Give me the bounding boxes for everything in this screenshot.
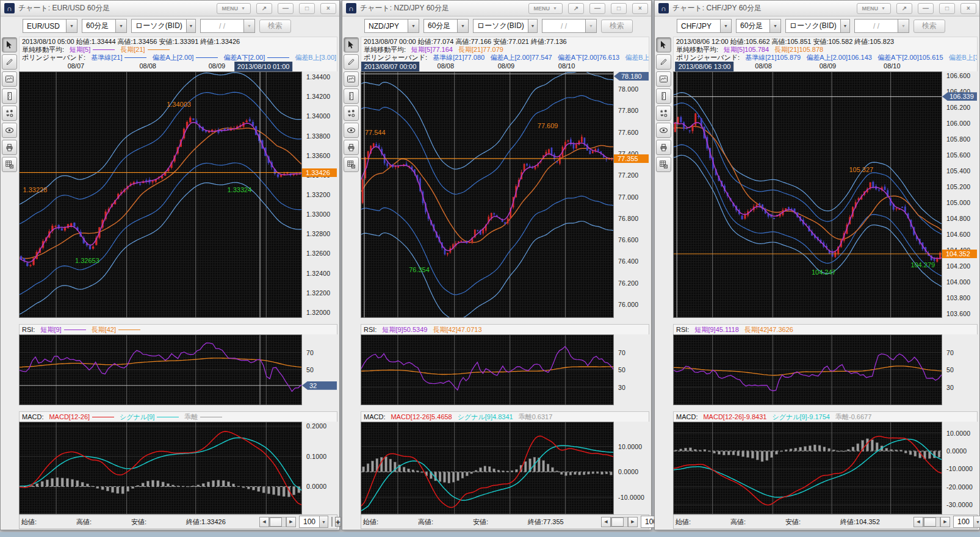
indicator-tool-button[interactable] [656,71,671,87]
chevron-down-icon[interactable]: ▼ [585,20,596,32]
rsi-chart[interactable] [19,334,302,405]
macd-chart[interactable] [673,422,942,514]
chevron-down-icon[interactable]: ▼ [319,516,328,527]
scroll-left-button[interactable]: ◀ [601,517,611,527]
chevron-down-icon[interactable]: ▼ [840,20,849,32]
search-button[interactable]: 検索 [913,20,945,33]
titlebar[interactable]: ∩ チャート: CHF/JPY 60分足 MENU ▼ ↗ — □ × [655,1,979,16]
candletype-select[interactable]: ローソク(BID) ▼ [473,19,538,33]
date-input[interactable]: / / ▼ [200,19,255,33]
minimize-button[interactable]: — [278,3,294,14]
menu-button[interactable]: MENU ▼ [528,3,563,14]
macd-chart[interactable] [361,422,614,514]
scroll-right-button[interactable]: ▶ [628,517,638,527]
popout-button[interactable]: ↗ [896,3,912,14]
candletype-select[interactable]: ローソク(BID) ▼ [785,19,850,33]
chart-scrollbar[interactable]: ◀ ▶ [601,517,638,527]
macd-chart[interactable] [19,422,302,514]
timeframe-select[interactable]: 60分足 ▼ [423,19,469,33]
indicator-tool-button[interactable] [2,71,17,87]
scrollbar-thumb[interactable] [611,517,624,527]
eye-tool-button[interactable] [2,123,17,138]
candle-count-select[interactable]: 100 ▼ [953,516,980,528]
date-input[interactable]: / / ▼ [854,19,909,33]
cursor-tool-button[interactable] [2,37,17,52]
menu-button[interactable]: MENU ▼ [217,3,251,14]
printer-tool-button[interactable] [344,140,359,155]
chevron-down-icon[interactable]: ▼ [186,20,195,32]
pair-select[interactable]: CHF/JPY ▼ [677,19,732,33]
pair-select[interactable]: EUR/USD ▼ [23,19,77,33]
cursor-tool-button[interactable] [656,37,671,52]
chevron-down-icon[interactable]: ▼ [720,20,731,32]
date-input[interactable]: / / ▼ [542,19,597,33]
chevron-down-icon[interactable]: ▼ [769,20,780,32]
main-chart[interactable]: 77.54477.60976.354 [361,71,614,318]
timeframe-select[interactable]: 60分足 ▼ [82,19,127,33]
menu-button[interactable]: MENU ▼ [857,3,891,14]
eye-tool-button[interactable] [344,123,359,138]
pencil-tool-button[interactable] [656,54,671,70]
minimize-button[interactable]: — [918,3,934,14]
pencil-tool-button[interactable] [344,54,359,70]
scrollbar-track[interactable] [611,517,628,527]
minimize-button[interactable]: — [589,3,605,14]
scrollbar-thumb[interactable] [270,517,282,527]
scale-tool-button[interactable] [656,88,671,104]
popout-button[interactable]: ↗ [256,3,272,14]
grid-save-tool-button[interactable] [2,157,17,172]
pencil-tool-button[interactable] [2,54,17,70]
titlebar[interactable]: ∩ チャート: NZD/JPY 60分足 MENU ▼ ↗ — □ × [342,1,651,16]
chevron-down-icon[interactable]: ▼ [898,20,909,32]
chevron-down-icon[interactable]: ▼ [243,20,254,32]
symbols-tool-button[interactable] [656,106,671,121]
search-button[interactable]: 検索 [601,20,633,33]
chevron-down-icon[interactable]: ▼ [457,20,468,32]
symbols-tool-button[interactable] [344,106,359,121]
titlebar[interactable]: ∩ チャート: EUR/USD 60分足 MENU ▼ ↗ — □ × [1,1,339,16]
zoom-in-button[interactable]: + [335,517,341,527]
chevron-down-icon[interactable]: ▼ [528,20,537,32]
popout-button[interactable]: ↗ [568,3,584,14]
pair-select[interactable]: NZD/JPY ▼ [364,19,419,33]
close-button[interactable]: × [960,3,976,14]
scrollbar-track[interactable] [923,517,940,527]
rsi-chart[interactable] [361,334,614,405]
scroll-left-button[interactable]: ◀ [913,517,923,527]
printer-tool-button[interactable] [656,140,671,155]
candle-count-select[interactable]: 100 ▼ [299,516,328,528]
chart-scrollbar[interactable]: ◀ ▶ [259,517,296,527]
close-button[interactable]: × [320,3,336,14]
eye-tool-button[interactable] [656,123,671,138]
chevron-down-icon[interactable]: ▼ [115,20,126,32]
main-chart[interactable]: 105.327104.247104.279 [673,71,942,318]
scrollbar-thumb[interactable] [924,517,936,527]
date-axis-label: 08/08 [438,62,455,70]
date-axis-label: 08/09 [820,62,837,70]
rsi-chart[interactable] [673,334,942,405]
scale-tool-button[interactable] [344,88,359,104]
chart-scrollbar[interactable]: ◀ ▶ [913,517,950,527]
grid-save-tool-button[interactable] [344,157,359,172]
search-button[interactable]: 検索 [259,20,291,33]
printer-tool-button[interactable] [2,140,17,155]
main-chart[interactable]: 1.340031.332281.333241.32653 [19,71,302,318]
candletype-select[interactable]: ローソク(BID) ▼ [131,19,196,33]
maximize-button[interactable]: □ [939,3,955,14]
grid-save-tool-button[interactable] [656,157,671,172]
chevron-down-icon[interactable]: ▼ [66,20,77,32]
chevron-down-icon[interactable]: ▼ [408,20,419,32]
close-button[interactable]: × [632,3,648,14]
scroll-right-button[interactable]: ▶ [940,517,950,527]
scrollbar-track[interactable] [269,517,286,527]
maximize-button[interactable]: □ [299,3,315,14]
maximize-button[interactable]: □ [611,3,627,14]
timeframe-select[interactable]: 60分足 ▼ [736,19,781,33]
symbols-tool-button[interactable] [2,106,17,121]
scroll-right-button[interactable]: ▶ [286,517,296,527]
chevron-down-icon[interactable]: ▼ [973,516,980,527]
cursor-tool-button[interactable] [344,37,359,52]
scale-tool-button[interactable] [2,88,17,104]
indicator-tool-button[interactable] [344,71,359,87]
scroll-left-button[interactable]: ◀ [259,517,269,527]
